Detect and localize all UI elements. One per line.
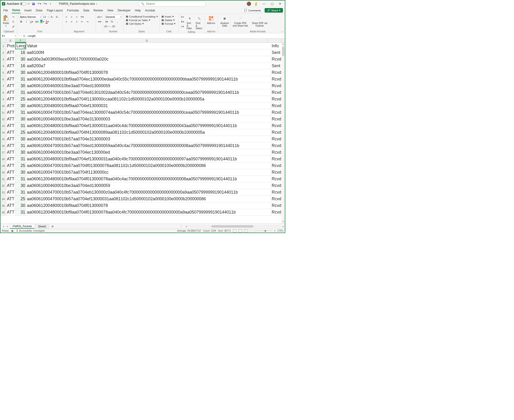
row-header[interactable]: 20: [0, 169, 6, 176]
merge-icon[interactable]: ⬌▾: [97, 20, 102, 24]
cell[interactable]: 30: [15, 83, 26, 89]
hscroll-thumb[interactable]: [211, 225, 253, 228]
cancel-formula-icon[interactable]: ✕: [18, 34, 20, 37]
cell[interactable]: 30: [15, 56, 26, 62]
row-header[interactable]: 17: [0, 149, 6, 156]
sheet-tab-active[interactable]: FNIRSI_Packets: [10, 224, 34, 229]
cell[interactable]: ATT: [6, 136, 15, 142]
cell[interactable]: ATT: [6, 176, 15, 182]
cell[interactable]: 30: [15, 116, 26, 122]
cell[interactable]: Prot: [6, 43, 15, 49]
cell[interactable]: 30: [15, 169, 26, 176]
formula-input[interactable]: [26, 34, 280, 37]
cell[interactable]: 30: [15, 69, 26, 76]
accessibility-status[interactable]: 🧍 Accessibility: Investigate: [16, 230, 45, 232]
cell[interactable]: 25: [15, 196, 26, 202]
conditional-formatting-button[interactable]: ▦ Conditional Formatting ▾: [125, 15, 158, 18]
tab-developer[interactable]: Developer: [117, 8, 131, 13]
add-sheet-icon[interactable]: ⊕: [50, 225, 55, 228]
cell[interactable]: ATT: [6, 49, 15, 56]
row-header[interactable]: 9: [0, 96, 6, 102]
cell[interactable]: ATT: [6, 196, 15, 202]
sheet-nav-prev-icon[interactable]: ◂: [2, 225, 5, 228]
orientation-icon[interactable]: ⟲▾: [80, 15, 84, 19]
cell[interactable]: aa060612004800010bf9aa0704ef13000031aa04…: [26, 123, 271, 129]
cell[interactable]: ATT: [6, 123, 15, 129]
paste-button[interactable]: Paste▾: [2, 15, 10, 28]
cell[interactable]: aa060612004800010bf9aa0704f1130000ccaa08…: [26, 96, 271, 102]
cell[interactable]: 30: [15, 103, 26, 109]
filename[interactable]: FNIRSI_PacketAnalysis.xlsx ∨: [59, 2, 98, 6]
row-header[interactable]: 18: [0, 156, 6, 162]
align-middle-icon[interactable]: ≡: [69, 15, 74, 19]
cell[interactable]: ATT: [6, 103, 15, 109]
row-header[interactable]: 10: [0, 103, 6, 109]
format-as-table-button[interactable]: ▦ Format as Table ▾: [125, 18, 151, 22]
vertical-scrollbar[interactable]: ▴ ▾: [282, 43, 285, 224]
cell[interactable]: 30: [15, 202, 26, 209]
qat-overflow-icon[interactable]: ▾: [48, 2, 53, 6]
cell[interactable]: aa060610004700010b57aa0704eb130000c0aa04…: [26, 189, 271, 195]
user-avatar[interactable]: [247, 2, 251, 6]
cell[interactable]: 31: [15, 142, 26, 149]
bold-icon[interactable]: B: [19, 20, 23, 24]
indent-decrease-icon[interactable]: ⇤: [80, 20, 84, 24]
cell[interactable]: ATT: [6, 169, 15, 176]
tab-view[interactable]: View: [107, 8, 114, 13]
wrap-text-icon[interactable]: ab↵: [97, 15, 102, 19]
row-header[interactable]: 26: [0, 209, 6, 216]
decrease-decimal-icon[interactable]: ←.00: [110, 24, 114, 29]
cell[interactable]: aa030e3a003f009ace0000170000000a020c: [26, 56, 271, 62]
scroll-up-icon[interactable]: ▴: [283, 43, 284, 46]
delete-cells-button[interactable]: ▦ Delete ▾: [161, 18, 175, 22]
addins-button[interactable]: Add-ins: [206, 15, 216, 25]
row-header[interactable]: 21: [0, 176, 6, 182]
toggle-track[interactable]: [20, 2, 26, 5]
row-header[interactable]: 5: [0, 69, 6, 76]
active-cell[interactable]: Leng: [15, 43, 26, 49]
indent-increase-icon[interactable]: ⇥: [85, 20, 90, 24]
increase-font-icon[interactable]: A↑: [50, 15, 54, 19]
copy-icon[interactable]: ⎘: [11, 20, 16, 24]
decrease-font-icon[interactable]: A↓: [55, 15, 60, 19]
hscroll-right-icon[interactable]: ▸: [282, 225, 285, 228]
row-header[interactable]: 16: [0, 142, 6, 149]
row-header[interactable]: 14: [0, 129, 6, 136]
cell[interactable]: aa060612004800010bf9aa0704f013000078: [26, 202, 271, 209]
row-header[interactable]: 6: [0, 76, 6, 82]
cell[interactable]: aa060610004700010b57aa0704ea13000074aa04…: [26, 109, 271, 116]
row-header[interactable]: 4: [0, 63, 6, 69]
increase-decimal-icon[interactable]: .00→: [104, 24, 109, 29]
cell[interactable]: 31: [15, 76, 26, 82]
find-select-button[interactable]: 🔍Find & Select: [195, 15, 203, 30]
page-break-view-icon[interactable]: [244, 230, 248, 232]
zoom-in-icon[interactable]: +: [274, 230, 276, 232]
cell[interactable]: 16: [15, 63, 26, 69]
sheet-nav-next-icon[interactable]: ▸: [6, 225, 9, 228]
cell[interactable]: Value: [26, 43, 271, 49]
share-pdf-outlook-button[interactable]: 📄Share PDF via Outlook: [250, 15, 269, 28]
sheet-tab-other[interactable]: Sheet1: [35, 224, 49, 229]
row-header[interactable]: 25: [0, 202, 6, 209]
tab-home[interactable]: Home: [12, 8, 20, 13]
row-header[interactable]: 22: [0, 182, 6, 189]
cell[interactable]: ATT: [6, 149, 15, 156]
cell[interactable]: 31: [15, 89, 26, 96]
cell-styles-button[interactable]: ▦ Cell Styles ▾: [125, 22, 144, 25]
cell[interactable]: 25: [15, 96, 26, 102]
zoom-out-icon[interactable]: −: [250, 230, 251, 232]
cell[interactable]: 30: [15, 149, 26, 156]
tab-review[interactable]: Review: [93, 8, 103, 13]
cell[interactable]: aa060612004800010bf9aa0704ef13000031aa04…: [26, 156, 271, 162]
format-painter-icon[interactable]: 🖌: [11, 24, 16, 29]
name-box[interactable]: F1: [0, 33, 17, 38]
cell[interactable]: aa060610004600010be3aa0704ed13000059: [26, 83, 271, 89]
cell[interactable]: ATT: [6, 116, 15, 122]
create-pdf-button[interactable]: 📄Create PDF and Share link: [232, 15, 249, 28]
align-left-icon[interactable]: ≡: [64, 20, 69, 24]
cell[interactable]: aa060612004800010bf9aa0704ef13000031: [26, 103, 271, 109]
row-header[interactable]: 8: [0, 89, 6, 96]
cell[interactable]: aa060610004700010b57aa0704ef13000031aa08…: [26, 196, 271, 202]
cell[interactable]: ATT: [6, 156, 15, 162]
tab-formulas[interactable]: Formulas: [67, 8, 79, 13]
